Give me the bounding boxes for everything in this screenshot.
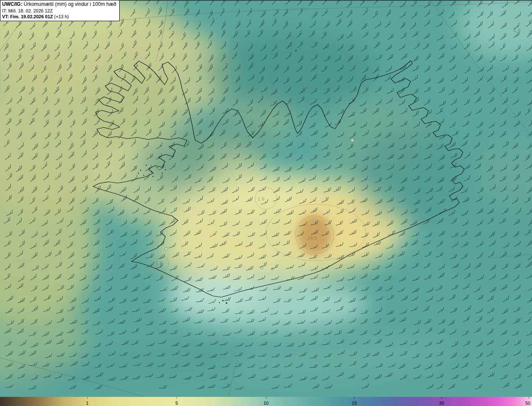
valid-offset: (+13 h) [54,14,69,19]
colorbar-tick [441,397,442,399]
product-title: Úrkomumætti (mm) og vindur i 100m hæð [24,1,116,7]
colorbar-tick [177,397,177,399]
colorbar: 1 5 10 15 30 50 [0,397,532,406]
colorbar-label: 10 [264,401,268,406]
colorbar-label: 5 [175,401,178,406]
colorbar-label: 50 [525,401,530,406]
model-name: UWC/IG: [2,1,22,7]
colorbar-label: 15 [352,401,357,406]
valid-time-line: VT: Fim. 19.02.2026 01Z (+13 h) [2,14,116,20]
colorbar-tick [266,397,266,399]
weather-chart: UWC/IG: Úrkomumætti (mm) og vindur i 100… [0,0,532,406]
colorbar-label: 1 [86,401,89,406]
precipitation-wind-map [0,0,532,406]
colorbar-tick [529,397,529,399]
colorbar-label: 30 [439,401,444,406]
colorbar-tick [87,397,88,399]
init-time: IT: Mið. 18. 02. 2026 12Z [2,8,116,14]
product-title-line: UWC/IG: Úrkomumætti (mm) og vindur i 100… [2,1,116,8]
valid-time: VT: Fim. 19.02.2026 01Z [2,14,53,19]
colorbar-tick [354,397,355,399]
title-box: UWC/IG: Úrkomumætti (mm) og vindur i 100… [0,0,120,21]
